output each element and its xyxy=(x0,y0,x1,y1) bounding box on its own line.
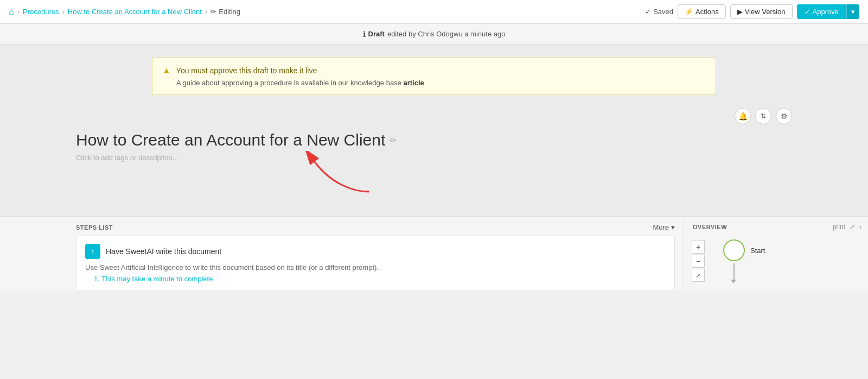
overview-section: OVERVIEW print ⤢ › + − ⤢ St xyxy=(684,216,868,291)
info-icon: ℹ xyxy=(363,30,366,39)
doc-title-area: How to Create an Account for a New Clien… xyxy=(76,131,792,162)
topbar: ⌂ › Procedures › How to Create an Accoun… xyxy=(0,0,868,24)
start-circle xyxy=(723,239,745,261)
saved-button: ✓ Saved xyxy=(645,8,673,16)
doc-title: How to Create an Account for a New Clien… xyxy=(76,131,792,149)
check-approve-icon: ✓ xyxy=(805,8,810,16)
pencil-icon: ✏ xyxy=(210,8,216,16)
warning-triangle-icon: ▲ xyxy=(162,66,171,75)
steps-header: STEPS LIST More ▾ xyxy=(76,217,684,236)
overview-header: OVERVIEW print ⤢ › xyxy=(684,217,868,235)
arrow-down-tip xyxy=(731,280,736,283)
overview-actions: print ⤢ › xyxy=(833,223,861,231)
doc-toolbar-right: 🔔 ⇅ ⚙ xyxy=(76,108,792,124)
sweetai-step1: 1. This may take a minute to complete. xyxy=(94,275,666,283)
gear-icon: ⚙ xyxy=(781,112,788,121)
chevron-down-icon: ▾ xyxy=(851,8,855,16)
settings-button[interactable]: ⚙ xyxy=(776,108,792,124)
bell-icon: 🔔 xyxy=(738,112,748,121)
start-row: Start xyxy=(723,239,861,261)
sweetai-desc: Use Sweet Artificial Intelligence to wri… xyxy=(85,263,666,271)
sweetai-card: ↑ Have SweetAI write this document Use S… xyxy=(76,236,675,291)
main-content: ▲ You must approve this draft to make it… xyxy=(0,45,868,291)
actions-button[interactable]: ⚡ Actions xyxy=(678,4,726,19)
bell-button[interactable]: 🔔 xyxy=(735,108,751,124)
chevron-down-icon: ▾ xyxy=(671,223,675,231)
warning-article-link[interactable]: article xyxy=(403,79,424,87)
draft-label: Draft xyxy=(368,30,385,38)
breadcrumb-nav: ⌂ › Procedures › How to Create an Accoun… xyxy=(9,7,645,17)
warning-title: ▲ You must approve this draft to make it… xyxy=(162,66,706,75)
sep3: › xyxy=(205,8,207,16)
editing-status: ✏ Editing xyxy=(210,8,240,16)
home-icon[interactable]: ⌂ xyxy=(9,7,14,17)
fit-button[interactable]: ⤢ xyxy=(692,269,705,282)
sweetai-icon: ↑ xyxy=(85,244,100,259)
start-label: Start xyxy=(750,247,765,255)
sweetai-title: Have SweetAI write this document xyxy=(106,247,221,256)
more-button[interactable]: More ▾ xyxy=(653,223,675,231)
print-button[interactable]: print xyxy=(833,223,845,231)
zoom-out-button[interactable]: − xyxy=(692,255,705,268)
topbar-actions: ✓ Saved ⚡ Actions ▶ View Version ✓ Appro… xyxy=(645,4,859,19)
approve-dropdown-button[interactable]: ▾ xyxy=(846,4,859,19)
warning-subtitle: A guide about approving a procedure is a… xyxy=(162,79,706,87)
arrow-down xyxy=(733,263,735,280)
bottom-area: STEPS LIST More ▾ ↑ Have SweetAI write t… xyxy=(0,216,868,291)
warning-box: ▲ You must approve this draft to make it… xyxy=(152,58,716,95)
overview-diagram: Start xyxy=(691,239,861,283)
overview-content: + − ⤢ Start xyxy=(684,235,868,288)
draft-bar: ℹ Draft edited by Chris Odogwu a minute … xyxy=(0,24,868,45)
next-icon-button[interactable]: › xyxy=(859,223,861,231)
approve-button-group: ✓ Approve ▾ xyxy=(797,4,859,19)
upload-icon: ↑ xyxy=(91,247,95,256)
lightning-icon: ⚡ xyxy=(685,8,693,16)
steps-section: STEPS LIST More ▾ ↑ Have SweetAI write t… xyxy=(0,216,684,291)
sort-button[interactable]: ⇅ xyxy=(755,108,771,124)
overview-title: OVERVIEW xyxy=(693,224,727,230)
breadcrumb-procedures[interactable]: Procedures xyxy=(23,8,59,16)
steps-title: STEPS LIST xyxy=(76,224,113,231)
sep1: › xyxy=(17,8,20,16)
breadcrumb-doc[interactable]: How to Create an Account for a New Clien… xyxy=(68,8,202,16)
doc-description[interactable]: Click to add tags or description... xyxy=(76,154,792,162)
expand-icon-button[interactable]: ⤢ xyxy=(850,223,855,231)
draft-text: edited by Chris Odogwu a minute ago xyxy=(387,30,506,38)
view-version-button[interactable]: ▶ View Version xyxy=(730,4,793,19)
sort-icon: ⇅ xyxy=(761,112,766,120)
approve-main-button[interactable]: ✓ Approve xyxy=(797,4,846,19)
sep2: › xyxy=(62,8,65,16)
check-icon: ✓ xyxy=(645,8,651,16)
sweetai-header: ↑ Have SweetAI write this document xyxy=(85,244,666,259)
play-icon: ▶ xyxy=(737,8,743,16)
zoom-in-button[interactable]: + xyxy=(692,241,705,254)
title-edit-icon[interactable]: ✏ xyxy=(390,135,397,146)
